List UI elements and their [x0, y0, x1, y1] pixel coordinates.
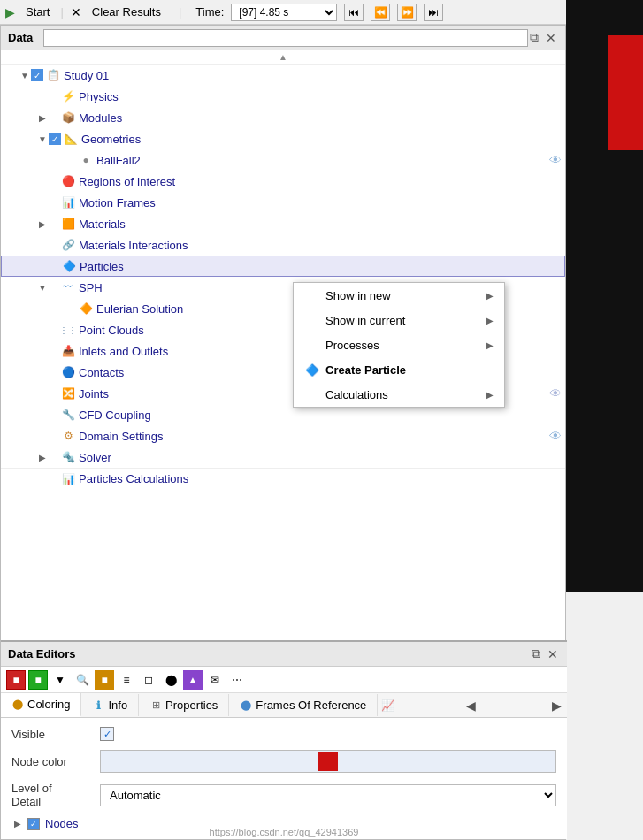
ed-red-button[interactable]: ■ — [6, 670, 26, 690]
editors-close-button[interactable]: ✕ — [546, 646, 560, 661]
coloring-tab-icon: ⬤ — [11, 699, 24, 711]
show-new-arrow: ▶ — [486, 291, 494, 301]
tree-item-domain[interactable]: ⚙ Domain Settings 👁 — [1, 425, 565, 447]
editors-panel-header: Data Editors ⧉ ✕ — [1, 642, 567, 667]
tree-item-matinteract[interactable]: 🔗 Materials Interactions — [1, 234, 565, 256]
tree-item-solver[interactable]: ▶ 🔩 Solver — [1, 447, 565, 468]
expand-materials[interactable]: ▶ — [36, 218, 49, 230]
info-tab-label: Info — [108, 699, 127, 712]
regions-icon: 🔴 — [61, 174, 75, 188]
tree-item-partcalc[interactable]: 📊 Particles Calculations — [1, 468, 565, 489]
calculations-arrow: ▶ — [486, 390, 494, 400]
calculations-label: Calculations — [325, 388, 388, 401]
tree-item-ballfall2[interactable]: ● BallFall2 👁 — [1, 149, 565, 171]
domain-label: Domain Settings — [79, 430, 549, 443]
ed-orange-button[interactable]: ■ — [95, 670, 114, 690]
ed-circle-button[interactable]: ⬤ — [161, 670, 180, 690]
eulerian-icon: 🔶 — [79, 302, 93, 316]
ed-filter-button[interactable]: ▼ — [50, 670, 70, 690]
nodes-label: Nodes — [45, 817, 79, 830]
level-of-detail-label: Level of Detail — [11, 782, 100, 808]
tree-item-particles[interactable]: 🔷 Particles — [1, 256, 565, 277]
ed-more-button[interactable]: ⋯ — [227, 670, 247, 690]
visible-label: Visible — [11, 728, 100, 741]
show-current-arrow: ▶ — [486, 316, 494, 325]
tab-prev-button[interactable]: ◀ — [461, 695, 481, 716]
node-color-swatch[interactable] — [318, 752, 338, 771]
tree-item-modules[interactable]: ▶ 📦 Modules — [1, 107, 565, 128]
tree-item-study01[interactable]: ▼ ✓ 📋 Study 01 — [1, 65, 565, 86]
tab-info[interactable]: ℹ Info — [81, 694, 139, 716]
context-menu-show-new[interactable]: Show in new ▶ — [294, 283, 504, 308]
nav-next-button[interactable]: ⏩ — [397, 4, 417, 21]
context-menu-show-current[interactable]: Show in current ▶ — [294, 308, 504, 332]
clear-label: Clear Results — [92, 5, 161, 19]
contacts-icon: 🔵 — [61, 365, 75, 379]
data-restore-button[interactable]: ⧉ — [528, 30, 540, 45]
ed-search-button[interactable]: 🔍 — [73, 670, 92, 690]
tree-item-motionframes[interactable]: 📊 Motion Frames — [1, 192, 565, 213]
editors-restore-button[interactable]: ⧉ — [530, 646, 542, 661]
context-menu-processes[interactable]: Processes ▶ — [294, 332, 504, 357]
start-button[interactable]: Start — [22, 4, 53, 20]
tree-item-geometries[interactable]: ▼ ✓ 📐 Geometries — [1, 128, 565, 149]
ed-purple-button[interactable]: ▲ — [183, 670, 203, 690]
visible-checkbox[interactable] — [100, 727, 114, 741]
eye-icon-joints[interactable]: 👁 — [549, 386, 562, 401]
tree-item-regions[interactable]: 🔴 Regions of Interest — [1, 171, 565, 192]
solver-label: Solver — [79, 451, 562, 464]
tab-properties[interactable]: ⊞ Properties — [139, 694, 229, 716]
editors-tabs-row: ⬤ Coloring ℹ Info ⊞ Properties ⬤ Frames … — [1, 693, 567, 718]
nodes-row: ▶ ✓ Nodes — [11, 817, 556, 830]
ed-lines-button[interactable]: ≡ — [117, 670, 136, 690]
checkbox-study01[interactable]: ✓ — [31, 69, 43, 81]
cfdcoupling-icon: 🔧 — [61, 408, 75, 422]
show-current-label: Show in current — [325, 314, 405, 327]
data-close-button[interactable]: ✕ — [544, 30, 558, 45]
start-icon: ▶ — [5, 5, 15, 19]
physics-label: Physics — [79, 90, 562, 103]
inlets-icon: 📥 — [61, 344, 75, 358]
clear-results-button[interactable]: Clear Results — [88, 4, 165, 20]
ed-square-button[interactable]: ◻ — [139, 670, 158, 690]
editors-toolbar: ■ ■ ▼ 🔍 ■ ≡ ◻ ⬤ ▲ ✉ ⋯ — [1, 667, 567, 693]
data-search-input[interactable] — [43, 29, 528, 47]
node-color-preview[interactable] — [100, 750, 556, 773]
nav-prev-button[interactable]: ⏪ — [371, 4, 390, 21]
expand-sph[interactable]: ▼ — [36, 281, 49, 294]
expand-solver[interactable]: ▶ — [36, 451, 49, 463]
info-tab-icon: ℹ — [92, 699, 104, 712]
tab-coloring[interactable]: ⬤ Coloring — [1, 693, 81, 717]
time-select[interactable]: [97] 4.85 s [96] 4.80 s [95] 4.75 s — [231, 4, 337, 21]
tab-next-button[interactable]: ▶ — [547, 695, 567, 716]
nodes-checkbox[interactable]: ✓ — [27, 818, 40, 830]
tree-item-physics[interactable]: ⚡ Physics — [1, 86, 565, 107]
ed-mail-button[interactable]: ✉ — [205, 670, 225, 690]
cfdcoupling-label: CFD Coupling — [79, 409, 562, 422]
motionframes-label: Motion Frames — [79, 196, 562, 210]
main-toolbar: ▶ Start | ✕ Clear Results | Time: [97] 4… — [0, 0, 643, 25]
ed-green-button[interactable]: ■ — [28, 670, 48, 690]
study-icon: 📋 — [46, 68, 60, 82]
expand-geometries[interactable]: ▼ — [36, 133, 49, 145]
context-menu-calculations[interactable]: Calculations ▶ — [294, 382, 504, 407]
node-color-label: Node color — [11, 755, 100, 768]
tab-frames[interactable]: ⬤ Frames Of Reference — [229, 694, 378, 716]
nav-first-button[interactable]: ⏮ — [344, 4, 364, 21]
context-menu-create-particle[interactable]: 🔷 Create Particle — [294, 357, 504, 382]
nav-last-button[interactable]: ⏭ — [424, 4, 443, 21]
eye-icon-ballfall2[interactable]: 👁 — [549, 153, 562, 167]
expand-study01[interactable]: ▼ — [19, 69, 31, 81]
eye-icon-domain[interactable]: 👁 — [549, 429, 562, 443]
modules-icon: 📦 — [61, 111, 75, 125]
tree-item-materials[interactable]: ▶ 🟧 Materials — [1, 213, 565, 234]
particles-icon: 🔷 — [62, 259, 76, 273]
expand-modules[interactable]: ▶ — [36, 111, 49, 124]
level-of-detail-select[interactable]: Automatic Low Medium High — [100, 784, 556, 806]
tree-scroll-top[interactable]: ▲ — [1, 50, 565, 65]
coloring-tab-label: Coloring — [27, 698, 70, 711]
scroll-up-icon: ▲ — [279, 52, 287, 62]
checkbox-geometries[interactable]: ✓ — [49, 133, 61, 145]
data-panel-header: Data ⧉ ✕ — [1, 26, 565, 50]
nodes-expand[interactable]: ▶ — [11, 818, 24, 830]
